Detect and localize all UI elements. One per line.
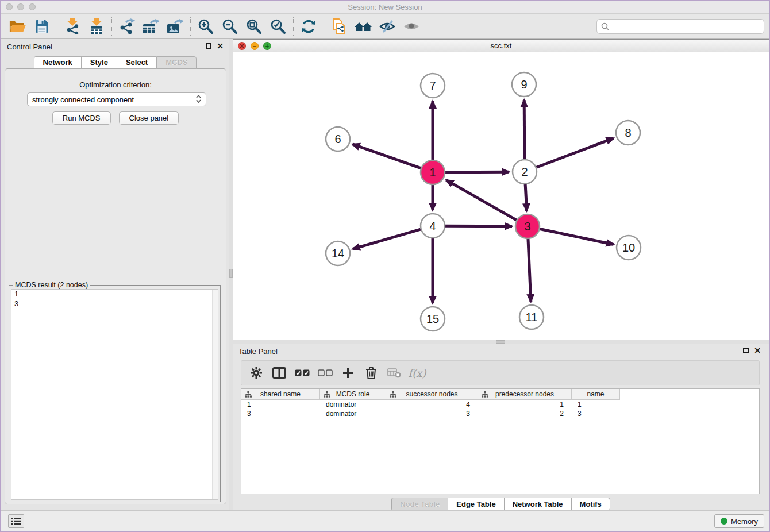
zoom-out-icon xyxy=(222,18,238,34)
search-box[interactable] xyxy=(596,19,764,34)
main-toolbar xyxy=(1,14,769,39)
zoom-in-icon xyxy=(198,18,214,34)
export-image-icon xyxy=(167,18,184,34)
graph-edge-4-14[interactable] xyxy=(353,229,421,249)
export-network-button[interactable] xyxy=(115,16,139,37)
column-header-predecessor-nodes[interactable]: predecessor nodes xyxy=(478,389,572,400)
close-panel-button[interactable]: Close panel xyxy=(119,111,179,125)
graph-edge-2-3[interactable] xyxy=(525,184,526,211)
search-input[interactable] xyxy=(612,22,760,30)
memory-button[interactable]: Memory xyxy=(714,514,764,528)
settings-button[interactable] xyxy=(246,363,267,383)
graph-node-2[interactable]: 2 xyxy=(513,160,537,184)
graph-edge-3-11[interactable] xyxy=(528,239,531,302)
tab-motifs[interactable]: Motifs xyxy=(571,498,610,511)
float-panel-icon[interactable] xyxy=(743,348,749,353)
column-header-name[interactable]: name xyxy=(572,389,620,400)
eye-icon xyxy=(403,20,419,33)
eye-button[interactable] xyxy=(399,16,424,37)
graph-node-15[interactable]: 15 xyxy=(421,307,445,331)
graph-edge-4-3[interactable] xyxy=(445,226,512,226)
tab-node-table[interactable]: Node Table xyxy=(391,498,448,511)
split-view-button[interactable] xyxy=(269,363,290,383)
result-scrollbar[interactable] xyxy=(212,290,218,499)
tab-network-table[interactable]: Network Table xyxy=(504,498,571,511)
graph-node-1[interactable]: 1 xyxy=(421,160,445,184)
graph-node-10[interactable]: 10 xyxy=(617,236,641,260)
graph-edge-3-1[interactable] xyxy=(446,180,516,220)
run-mcds-button[interactable]: Run MCDS xyxy=(52,111,111,125)
graph-edge-3-10[interactable] xyxy=(540,229,614,245)
table-cell[interactable]: 3 xyxy=(386,409,478,418)
criterion-select[interactable]: strongly connected component xyxy=(27,92,206,106)
column-header-shared-name[interactable]: shared name xyxy=(241,389,320,400)
copy-network-icon xyxy=(331,18,347,34)
criterion-value: strongly connected component xyxy=(32,95,134,104)
hide-eye-button[interactable] xyxy=(375,16,399,37)
refresh-button[interactable] xyxy=(297,16,321,37)
graph-edge-2-9[interactable] xyxy=(524,100,525,159)
close-panel-icon[interactable]: ✕ xyxy=(217,43,224,49)
table-cell[interactable]: 3 xyxy=(572,409,620,418)
table-panel: Table Panel ✕ f(x) shared nameMCDS roles… xyxy=(233,344,769,512)
export-table-button[interactable] xyxy=(139,16,163,37)
table-cell[interactable]: 3 xyxy=(241,409,320,418)
graph-node-8[interactable]: 8 xyxy=(616,121,640,145)
zoom-selected-button[interactable] xyxy=(266,16,290,37)
table-cell[interactable]: dominator xyxy=(320,400,386,409)
window-titlebar: Session: New Session xyxy=(1,1,769,14)
import-network-button[interactable] xyxy=(60,16,84,37)
zoom-in-button[interactable] xyxy=(194,16,218,37)
select-all-button[interactable] xyxy=(292,363,313,383)
tab-style[interactable]: Style xyxy=(81,56,117,69)
svg-text:6: 6 xyxy=(334,133,341,145)
result-node-id[interactable]: 1 xyxy=(11,290,218,299)
table-cell[interactable]: 1 xyxy=(478,400,572,409)
network-canvas[interactable]: 7968124314101511 xyxy=(233,52,769,340)
table-cell[interactable]: dominator xyxy=(320,409,386,418)
table-cell[interactable]: 1 xyxy=(572,400,620,409)
mcds-result-fieldset: MCDS result (2 nodes) 13 xyxy=(9,285,221,502)
table-row[interactable]: 1dominator411 xyxy=(241,400,759,409)
graph-node-3[interactable]: 3 xyxy=(515,214,540,238)
column-header-successor-nodes[interactable]: successor nodes xyxy=(386,389,478,400)
add-button[interactable] xyxy=(338,363,359,383)
tab-select[interactable]: Select xyxy=(117,56,156,69)
graph-edge-1-6[interactable] xyxy=(352,144,421,168)
home-button[interactable] xyxy=(351,16,375,37)
close-panel-icon[interactable]: ✕ xyxy=(754,348,761,353)
svg-text:8: 8 xyxy=(625,126,631,139)
graph-node-7[interactable]: 7 xyxy=(421,74,445,98)
graph-node-11[interactable]: 11 xyxy=(519,305,544,329)
graph-node-9[interactable]: 9 xyxy=(512,72,536,97)
table-row[interactable]: 3dominator323 xyxy=(241,409,759,418)
column-header-mcds-role[interactable]: MCDS role xyxy=(320,389,386,400)
tab-mcds[interactable]: MCDS xyxy=(156,56,197,69)
import-table-button[interactable] xyxy=(84,16,109,37)
mcds-result-title: MCDS result (2 nodes) xyxy=(13,281,90,289)
tab-network[interactable]: Network xyxy=(34,56,81,69)
column-type-icon xyxy=(482,391,488,399)
graph-edge-2-8[interactable] xyxy=(537,138,614,168)
deselect-all-button[interactable] xyxy=(315,363,336,383)
zoom-fit-button[interactable] xyxy=(242,16,266,37)
zoom-out-button[interactable] xyxy=(218,16,242,37)
graph-node-4[interactable]: 4 xyxy=(421,214,445,238)
result-node-id[interactable]: 3 xyxy=(11,299,218,309)
float-panel-icon[interactable] xyxy=(206,43,211,49)
delete-button[interactable] xyxy=(361,363,382,383)
open-session-button[interactable] xyxy=(6,16,30,37)
export-image-button[interactable] xyxy=(163,16,187,37)
zoom-selected-icon xyxy=(270,18,286,34)
table-cell[interactable]: 1 xyxy=(241,400,320,409)
save-session-button[interactable] xyxy=(30,16,54,37)
task-history-button[interactable] xyxy=(8,514,24,528)
graph-edge-1-2[interactable] xyxy=(445,172,509,172)
mcds-result-list[interactable]: 13 xyxy=(11,289,218,500)
copy-network-button[interactable] xyxy=(327,16,351,37)
table-cell[interactable]: 2 xyxy=(478,409,572,418)
graph-node-14[interactable]: 14 xyxy=(326,241,350,265)
graph-node-6[interactable]: 6 xyxy=(326,127,350,151)
tab-edge-table[interactable]: Edge Table xyxy=(448,498,503,511)
table-cell[interactable]: 4 xyxy=(386,400,478,409)
